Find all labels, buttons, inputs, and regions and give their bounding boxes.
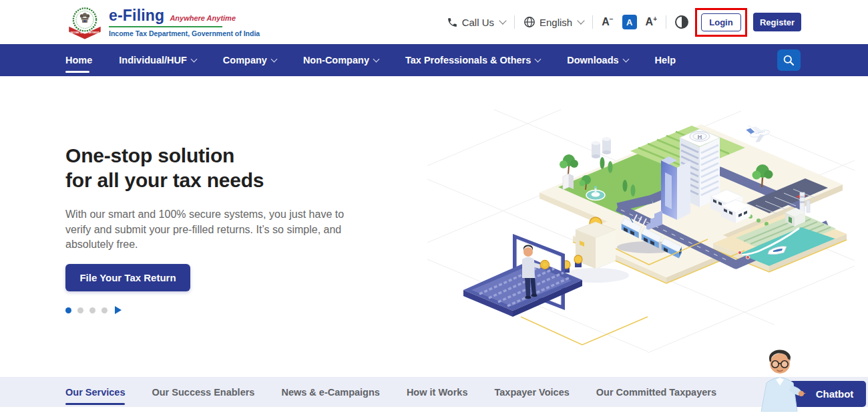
font-increase-button[interactable]: A+ [646, 16, 657, 27]
chevron-down-icon [190, 55, 197, 62]
login-highlight-box: Login [695, 8, 747, 37]
globe-icon [523, 16, 535, 28]
font-size-controls: A− A A+ [602, 15, 657, 29]
nav-item-non-company[interactable]: Non-Company [303, 44, 379, 76]
tab-taxpayer-voices[interactable]: Taxpayer Voices [494, 377, 569, 407]
chevron-down-icon [270, 55, 277, 62]
section-tab-bar: Our Services Our Success Enablers News &… [0, 377, 868, 407]
nav-item-help[interactable]: Help [655, 44, 676, 76]
contrast-toggle-icon[interactable] [675, 15, 688, 29]
helipad-letter: H [698, 134, 702, 140]
phone-icon [447, 17, 458, 28]
divider [666, 15, 666, 29]
brand-subtitle: Income Tax Department, Government of Ind… [109, 29, 260, 37]
logo-divider [109, 26, 222, 27]
chevron-down-icon [578, 17, 585, 24]
language-menu[interactable]: English [523, 16, 584, 28]
chatbot-button[interactable]: Chatbot [789, 381, 866, 407]
brand-name: e-Filing [109, 7, 164, 25]
call-us-label: Call Us [462, 17, 494, 28]
main-navigation: Home Individual/HUF Company Non-Company … [0, 44, 868, 76]
carousel-controls [65, 306, 122, 314]
nav-item-tax-professionals[interactable]: Tax Professionals & Others [405, 44, 540, 76]
nav-item-downloads[interactable]: Downloads [567, 44, 628, 76]
tab-our-services[interactable]: Our Services [65, 377, 125, 407]
top-header: INCOME TAX DEPARTMENT e-Filing Anywhere … [0, 0, 868, 44]
chevron-down-icon [499, 17, 506, 24]
font-normal-button[interactable]: A [622, 15, 637, 29]
hero-description: With our smart and 100% secure systems, … [65, 207, 354, 253]
nav-item-company[interactable]: Company [223, 44, 276, 76]
brand-tagline: Anywhere Anytime [170, 14, 236, 22]
language-label: English [539, 17, 572, 28]
logo-text: e-Filing Anywhere Anytime Income Tax Dep… [109, 7, 260, 37]
hero-illustration: H [427, 86, 855, 353]
tab-our-committed-taxpayers[interactable]: Our Committed Taxpayers [596, 377, 716, 407]
divider [514, 15, 515, 29]
carousel-dot-3[interactable] [89, 307, 95, 313]
tab-news-e-campaigns[interactable]: News & e-Campaigns [281, 377, 379, 407]
carousel-dot-4[interactable] [101, 307, 107, 313]
site-logo[interactable]: INCOME TAX DEPARTMENT e-Filing Anywhere … [67, 4, 260, 40]
login-button[interactable]: Login [701, 13, 741, 31]
tab-how-it-works[interactable]: How it Works [407, 377, 468, 407]
efiling-homepage: INCOME TAX DEPARTMENT e-Filing Anywhere … [0, 0, 868, 417]
hero-title: One-stop solution for all your tax needs [65, 143, 264, 192]
call-us-menu[interactable]: Call Us [447, 17, 505, 28]
chevron-down-icon [535, 55, 541, 62]
silos [592, 137, 611, 158]
laptop-person [463, 234, 582, 317]
file-tax-return-button[interactable]: File Your Tax Return [65, 264, 190, 291]
header-controls: Call Us English A− A A+ [447, 0, 801, 44]
chevron-down-icon [373, 55, 380, 62]
chevron-down-icon [622, 55, 629, 62]
tab-our-success-enablers[interactable]: Our Success Enablers [152, 377, 254, 407]
carousel-play-icon[interactable] [115, 306, 122, 314]
carousel-dot-2[interactable] [77, 307, 83, 313]
nav-item-home[interactable]: Home [65, 44, 92, 76]
airplane-icon [746, 124, 771, 144]
nav-item-individual-huf[interactable]: Individual/HUF [119, 44, 196, 76]
carousel-dot-1[interactable] [65, 307, 71, 313]
search-button[interactable] [777, 49, 801, 71]
svg-text:INCOME TAX DEPARTMENT: INCOME TAX DEPARTMENT [71, 31, 99, 34]
register-button[interactable]: Register [753, 13, 801, 31]
divider [592, 15, 593, 29]
search-icon [783, 54, 795, 67]
income-tax-emblem-icon: INCOME TAX DEPARTMENT [67, 4, 103, 40]
font-decrease-button[interactable]: A− [602, 16, 613, 27]
